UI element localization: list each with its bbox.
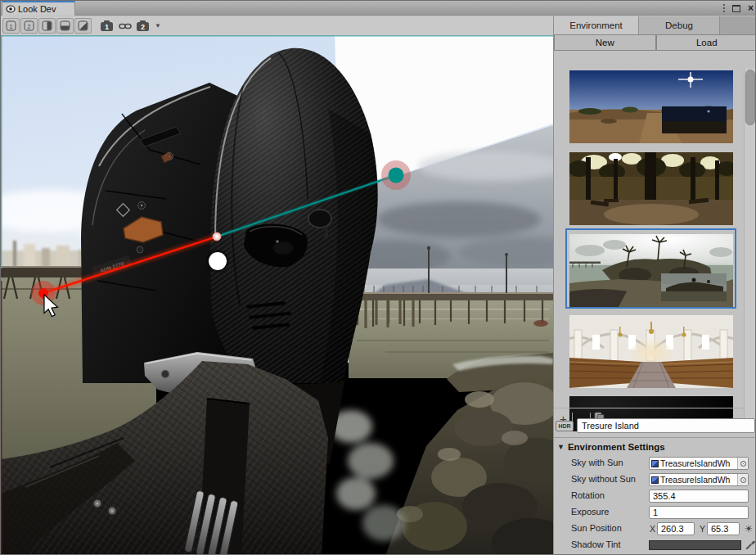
close-icon[interactable]: × — [748, 3, 754, 13]
single-view-1-button[interactable]: 1 — [2, 18, 20, 34]
environment-library: + − — [554, 51, 756, 431]
shadow-tint-swatch[interactable] — [649, 540, 741, 550]
lookdev-toolbar: 1 2 1 2 ▼ — [1, 16, 553, 35]
library-scrollbar[interactable] — [744, 68, 756, 431]
row-exposure: Exposure 1 — [554, 504, 756, 521]
env-thumbnail-church[interactable] — [569, 315, 733, 388]
side-knob — [308, 210, 331, 228]
single-view-2-button[interactable]: 2 — [20, 18, 38, 34]
foldout-arrow-icon: ▼ — [557, 443, 565, 451]
eye-icon — [6, 5, 16, 13]
panel-tabs: Environment Debug — [554, 16, 756, 34]
window-menu-icon[interactable] — [723, 4, 725, 12]
row-sun-position: Sun Position X 260.3 Y 65.3 ☀ — [554, 521, 756, 537]
lookdev-window: Look Dev × 1 2 1 2 — [0, 0, 756, 555]
camera-1-button[interactable]: 1 — [98, 18, 115, 34]
x-axis-label: X — [650, 524, 655, 534]
eyedropper-icon[interactable] — [744, 539, 756, 551]
cubemap-icon — [651, 460, 659, 467]
rocky-shore — [330, 353, 553, 555]
split-zone-button[interactable] — [74, 18, 92, 34]
camera-2-button[interactable]: 2 — [134, 18, 151, 34]
row-rotation: Rotation 355.4 — [554, 488, 756, 504]
svg-text:2: 2 — [27, 23, 31, 30]
y-axis-label: Y — [700, 524, 705, 534]
sun-position-x-field[interactable]: 260.3 — [657, 522, 695, 535]
row-sky-with-sun: Sky with Sun TreasureIslandWh — [554, 455, 756, 472]
window-title: Look Dev — [18, 4, 56, 14]
sky-without-sun-object-field[interactable]: TreasureIslandWh — [649, 473, 749, 486]
rotation-field[interactable]: 355.4 — [649, 490, 749, 503]
row-sky-without-sun: Sky without Sun TreasureIslandWh — [554, 472, 756, 488]
object-picker-icon[interactable] — [737, 458, 748, 469]
tab-environment[interactable]: Environment — [554, 16, 639, 34]
title-bar: Look Dev × — [1, 1, 756, 16]
load-button[interactable]: Load — [656, 34, 756, 51]
specular-highlight — [209, 252, 227, 270]
sky-with-sun-object-field[interactable]: TreasureIslandWh — [649, 457, 749, 470]
env-thumbnail-meadow[interactable] — [569, 70, 733, 143]
svg-text:1: 1 — [9, 23, 13, 30]
view-border-top — [1, 35, 553, 37]
row-shadow-tint: Shadow Tint — [554, 537, 756, 553]
sun-handle[interactable] — [389, 168, 404, 183]
selected-thumbnail-border — [565, 228, 736, 309]
tab-look-dev[interactable]: Look Dev — [2, 1, 75, 16]
environment-settings-header[interactable]: ▼ Environment Settings — [557, 440, 665, 453]
svg-text:1: 1 — [105, 23, 109, 31]
exposure-field[interactable]: 1 — [649, 506, 749, 519]
sun-icon[interactable]: ☀ — [742, 522, 755, 535]
hdr-badge: HDR — [556, 421, 574, 431]
thumb-inset — [662, 106, 727, 133]
split-horizontal-button[interactable] — [56, 18, 74, 34]
tab-debug[interactable]: Debug — [639, 16, 720, 34]
split-vertical-button[interactable] — [38, 18, 56, 34]
camera-dropdown-arrow[interactable]: ▼ — [152, 18, 164, 34]
env-thumbnail-forest[interactable] — [569, 152, 733, 225]
new-button[interactable]: New — [554, 34, 656, 51]
sun-position-y-field[interactable]: 65.3 — [707, 522, 740, 535]
surf-foam — [330, 410, 405, 541]
link-cameras-button[interactable] — [116, 18, 133, 34]
svg-text:2: 2 — [141, 23, 145, 31]
maximize-icon[interactable] — [732, 5, 740, 12]
view-border-left-top — [1, 35, 2, 268]
link-icon — [119, 21, 132, 31]
object-picker-icon[interactable] — [737, 474, 748, 485]
viewport-render[interactable]: ADN 2770 — [1, 35, 553, 555]
view-border-left-bottom — [1, 281, 2, 555]
environment-name-field[interactable]: Tresure Island — [577, 418, 755, 433]
scrollbar-thumb[interactable] — [745, 70, 755, 125]
environment-panel: Environment Debug New Load — [553, 16, 756, 555]
cubemap-icon — [651, 476, 659, 484]
